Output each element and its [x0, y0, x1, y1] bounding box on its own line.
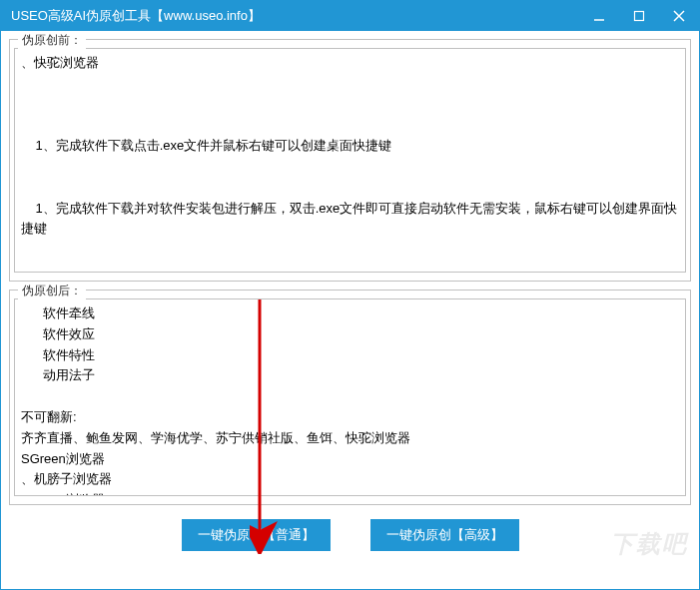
before-fieldset: 伪原创前： — [9, 39, 691, 282]
titlebar: USEO高级AI伪原创工具【www.useo.info】 — [1, 1, 699, 31]
rewrite-normal-button[interactable]: 一键伪原创【普通】 — [182, 519, 331, 551]
before-legend: 伪原创前： — [18, 32, 86, 49]
rewrite-advanced-button[interactable]: 一键伪原创【高级】 — [370, 519, 519, 551]
minimize-button[interactable] — [579, 1, 619, 31]
svg-rect-1 — [635, 12, 644, 21]
after-fieldset: 伪原创后： — [9, 290, 691, 505]
window-title: USEO高级AI伪原创工具【www.useo.info】 — [11, 7, 579, 25]
minimize-icon — [593, 10, 605, 22]
after-legend: 伪原创后： — [18, 283, 86, 299]
maximize-button[interactable] — [619, 1, 659, 31]
window-controls — [579, 1, 699, 31]
app-window: USEO高级AI伪原创工具【www.useo.info】 伪原创前： 伪原创后：… — [0, 0, 700, 590]
maximize-icon — [633, 10, 645, 22]
before-textarea[interactable] — [14, 48, 686, 273]
close-button[interactable] — [659, 1, 699, 31]
content-area: 伪原创前： 伪原创后： 一键伪原创【普通】 一键伪原创【高级】 — [1, 31, 699, 589]
button-row: 一键伪原创【普通】 一键伪原创【高级】 — [9, 513, 691, 553]
close-icon — [673, 10, 685, 22]
after-textarea[interactable] — [14, 298, 686, 496]
